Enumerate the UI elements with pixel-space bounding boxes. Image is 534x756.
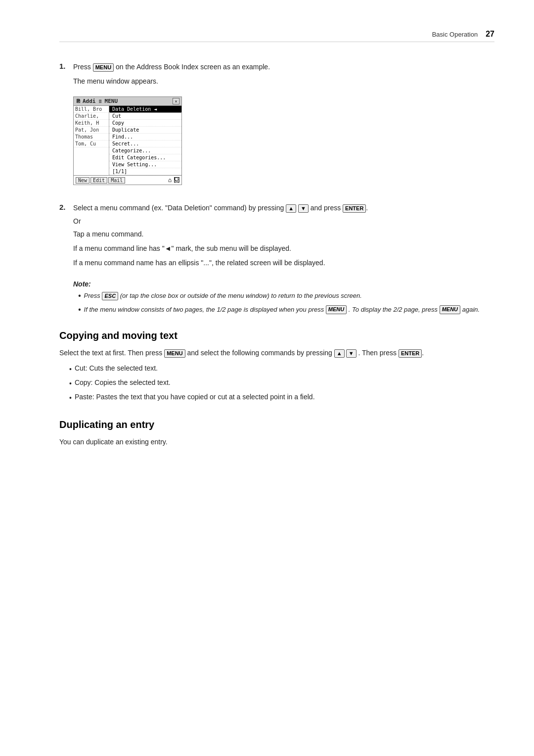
menu-left-row: Thomas bbox=[74, 134, 109, 141]
menu-close-button[interactable]: ✕ bbox=[173, 98, 179, 104]
note-item-2: • If the menu window consists of two pag… bbox=[73, 305, 494, 315]
note-label: Note: bbox=[73, 280, 494, 288]
step-1-line: 1. Press MENU on the Address Book Index … bbox=[59, 62, 494, 72]
menu-right-panel: Data Deletion ◄ Cut Copy Duplicate Find.… bbox=[109, 106, 181, 175]
section-label: Basic Operation bbox=[432, 31, 478, 38]
menu-item-categorize[interactable]: Categorize... bbox=[109, 147, 181, 154]
copy-paste-text: Paste: Pastes the text that you have cop… bbox=[75, 392, 315, 402]
note-item-1: • Press ESC (or tap the close box or out… bbox=[73, 291, 494, 301]
or-text: Or bbox=[73, 217, 494, 225]
copy-copy-text: Copy: Copies the selected text. bbox=[75, 378, 171, 388]
bullet-icon-2: • bbox=[78, 305, 81, 314]
menu-left-row: Charlie, bbox=[74, 113, 109, 120]
down-key-copy: ▼ bbox=[346, 349, 356, 358]
copy-bullet-copy: • Copy: Copies the selected text. bbox=[69, 378, 494, 389]
menu-key-note1: MENU bbox=[326, 305, 347, 314]
menu-footer-buttons: New Edit Mail bbox=[76, 177, 125, 184]
up-key-copy: ▲ bbox=[334, 349, 345, 358]
menu-edit-button[interactable]: Edit bbox=[90, 177, 107, 184]
copy-bullet-list: • Cut: Cuts the selected text. • Copy: C… bbox=[69, 363, 494, 403]
menu-item-page: [1/1] bbox=[109, 168, 181, 175]
menu-new-button[interactable]: New bbox=[76, 177, 89, 184]
step-2: 2. Select a menu command (ex. "Data Dele… bbox=[59, 203, 494, 268]
menu-addi-label: Addi bbox=[83, 98, 96, 104]
copy-bullet-cut: • Cut: Cuts the selected text. bbox=[69, 363, 494, 375]
bullet-dot-3: • bbox=[69, 393, 72, 403]
down-key-step2: ▼ bbox=[298, 204, 309, 213]
menu-key-step1: MENU bbox=[93, 63, 114, 72]
step-1-text: Press MENU on the Address Book Index scr… bbox=[73, 62, 270, 72]
tap-text: Tap a menu command. bbox=[73, 229, 494, 239]
menu-item-edit-categories[interactable]: Edit Categories... bbox=[109, 154, 181, 161]
bullet-icon: • bbox=[78, 291, 81, 300]
copy-nav-keys: ▲ ▼ bbox=[334, 349, 356, 358]
menu-body: Bill, Bro Charlie, Keith, H Pat, Jon Tho… bbox=[74, 106, 181, 175]
page-container: Basic Operation 27 1. Press MENU on the … bbox=[0, 0, 534, 756]
menu-footer-icons: ⌂ ⛾ bbox=[168, 177, 179, 184]
note-section: Note: • Press ESC (or tap the close box … bbox=[73, 280, 494, 314]
menu-left-panel: Bill, Bro Charlie, Keith, H Pat, Jon Tho… bbox=[74, 106, 109, 175]
esc-key: ESC bbox=[102, 292, 118, 300]
menu-item-find[interactable]: Find... bbox=[109, 134, 181, 141]
page-number: 27 bbox=[486, 30, 494, 39]
bullet-dot-1: • bbox=[69, 364, 72, 375]
step-2-number: 2. bbox=[59, 203, 68, 211]
menu-titlebar: 🖹 Addi ≡ MENU ✕ bbox=[74, 97, 181, 106]
up-key-step2: ▲ bbox=[286, 204, 296, 213]
step-2-line: 2. Select a menu command (ex. "Data Dele… bbox=[59, 203, 494, 213]
menu-menu-label: MENU bbox=[105, 98, 118, 104]
dup-body: You can duplicate an existing entry. bbox=[59, 436, 494, 447]
menu-item-duplicate[interactable]: Duplicate bbox=[109, 127, 181, 134]
menu-icon: 🖹 bbox=[76, 98, 81, 104]
note-item-2-text: If the menu window consists of two pages… bbox=[84, 305, 480, 315]
home-icon: ⌂ bbox=[168, 177, 172, 184]
scroll-icon: ⛾ bbox=[174, 177, 179, 184]
dup-section-heading: Duplicating an entry bbox=[59, 419, 494, 430]
ellipsis-text: If a menu command name has an ellipsis "… bbox=[73, 258, 494, 268]
copy-intro: Select the text at first. Then press MEN… bbox=[59, 347, 494, 358]
menu-left-row: Tom, Cu bbox=[74, 141, 109, 147]
copy-section-heading: Copying and moving text bbox=[59, 330, 494, 341]
bullet-dot-2: • bbox=[69, 378, 72, 389]
copy-cut-text: Cut: Cuts the selected text. bbox=[75, 363, 158, 374]
menu-footer: New Edit Mail ⌂ ⛾ bbox=[74, 175, 181, 185]
menu-item-copy[interactable]: Copy bbox=[109, 120, 181, 127]
enter-key-copy: ENTER bbox=[399, 349, 422, 358]
menu-left-row: Bill, Bro bbox=[74, 106, 109, 113]
menu-left-row: Keith, H bbox=[74, 120, 109, 127]
menu-item-secret[interactable]: Secret... bbox=[109, 141, 181, 147]
menu-item-cut[interactable]: Cut bbox=[109, 113, 181, 120]
menu-key-note2: MENU bbox=[440, 305, 460, 314]
step-1: 1. Press MENU on the Address Book Index … bbox=[59, 62, 494, 191]
menu-screenshot: 🖹 Addi ≡ MENU ✕ Bill, Bro Charlie, Keith… bbox=[73, 96, 182, 185]
menu-item-data-deletion[interactable]: Data Deletion ◄ bbox=[109, 106, 181, 113]
menu-mail-button[interactable]: Mail bbox=[108, 177, 125, 184]
menu-left-row: Pat, Jon bbox=[74, 127, 109, 134]
note-item-1-text: Press ESC (or tap the close box or outsi… bbox=[84, 291, 362, 301]
menu-item-view-setting[interactable]: View Setting... bbox=[109, 161, 181, 168]
step-1-number: 1. bbox=[59, 62, 68, 70]
copy-bullet-paste: • Paste: Pastes the text that you have c… bbox=[69, 392, 494, 403]
menu-key-copy: MENU bbox=[164, 349, 185, 358]
arrow-mark-text: If a menu command line has "◄" mark, the… bbox=[73, 243, 494, 254]
page-header: Basic Operation 27 bbox=[59, 30, 494, 42]
step-1-subtext: The menu window appears. bbox=[73, 76, 494, 87]
step-2-text: Select a menu command (ex. "Data Deletio… bbox=[73, 203, 368, 213]
enter-key-step2: ENTER bbox=[343, 204, 366, 213]
